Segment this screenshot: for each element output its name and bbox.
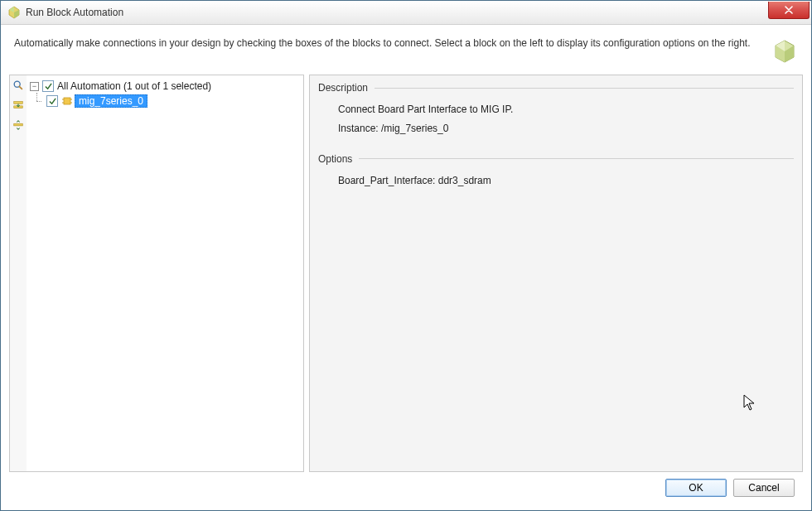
description-header-label: Description <box>318 82 368 94</box>
description-line1: Connect Board Part Interface to MIG IP. <box>338 100 794 119</box>
dialog-window: Run Block Automation Automatically make … <box>0 0 812 511</box>
collapse-all-icon[interactable] <box>12 118 25 132</box>
tree-view[interactable]: − All Automation (1 out of 1 selected) <box>27 75 303 471</box>
options-body: Board_Part_Interface: ddr3_sdram <box>318 170 794 205</box>
options-header: Options <box>318 153 794 165</box>
tree-root-label: All Automation (1 out of 1 selected) <box>57 80 211 92</box>
divider <box>375 88 794 89</box>
brand-icon <box>771 38 798 65</box>
close-button[interactable] <box>768 2 810 19</box>
description-header: Description <box>318 82 794 94</box>
collapse-icon[interactable]: − <box>30 82 39 91</box>
svg-rect-5 <box>64 98 70 104</box>
app-icon <box>7 6 21 19</box>
search-icon[interactable] <box>12 79 25 92</box>
ip-block-icon <box>61 95 73 107</box>
description-body: Connect Board Part Interface to MIG IP. … <box>318 99 794 153</box>
body-panes: − All Automation (1 out of 1 selected) <box>9 75 803 472</box>
options-header-label: Options <box>318 153 352 165</box>
options-line1: Board_Part_Interface: ddr3_sdram <box>338 171 794 190</box>
svg-line-1 <box>19 86 22 89</box>
info-text: Automatically make connections in your d… <box>14 36 760 51</box>
tree-panel: − All Automation (1 out of 1 selected) <box>9 75 304 472</box>
description-line2: Instance: /mig_7series_0 <box>338 119 794 138</box>
expand-all-icon[interactable] <box>12 99 25 112</box>
tree-root-row[interactable]: − All Automation (1 out of 1 selected) <box>30 79 300 94</box>
root-checkbox[interactable] <box>42 80 54 92</box>
cancel-button[interactable]: Cancel <box>733 479 795 497</box>
item-checkbox[interactable] <box>46 95 58 107</box>
tree-toolbar <box>10 75 27 471</box>
divider <box>359 158 794 159</box>
dialog-footer: OK Cancel <box>9 472 803 502</box>
tree-item-label: mig_7series_0 <box>75 94 147 108</box>
ok-button[interactable]: OK <box>665 479 727 497</box>
title-bar: Run Block Automation <box>1 1 811 25</box>
window-title: Run Block Automation <box>26 7 768 18</box>
tree-item-row[interactable]: mig_7series_0 <box>30 94 300 108</box>
info-bar: Automatically make connections in your d… <box>9 33 803 75</box>
svg-rect-4 <box>14 123 23 126</box>
svg-rect-2 <box>14 102 23 104</box>
dialog-content: Automatically make connections in your d… <box>1 25 811 510</box>
detail-panel: Description Connect Board Part Interface… <box>309 75 803 472</box>
